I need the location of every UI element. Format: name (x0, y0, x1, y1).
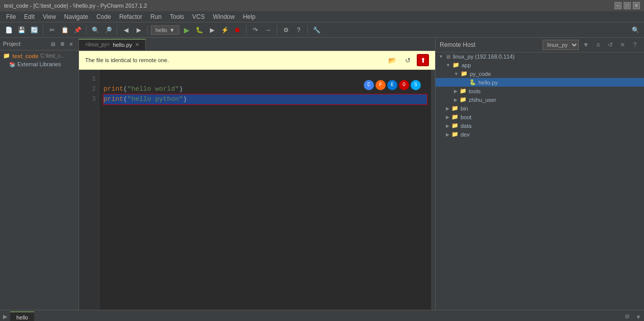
project-settings-btn[interactable]: ⚙ (58, 40, 66, 48)
code-editor[interactable]: 1 2 3 C F E O S print("hello world") (79, 70, 435, 310)
menu-vcs[interactable]: VCS (188, 12, 209, 21)
menu-view[interactable]: View (39, 12, 60, 21)
bottom-tabs: ▶ hello ⚙ ▼ (0, 310, 644, 321)
global-search-button[interactable]: 🔍 (630, 24, 641, 36)
menu-file[interactable]: File (2, 12, 20, 21)
line-numbers: 1 2 3 (79, 70, 99, 310)
remote-zhihu-item[interactable]: ▶ 📁 zhihu_user (436, 95, 644, 104)
bottom-panel-hide[interactable]: ▼ (633, 311, 644, 322)
project-gear-btn[interactable]: ≡ (67, 40, 75, 48)
coverage-button[interactable]: ▶ (206, 24, 218, 36)
minimize-button[interactable]: ─ (614, 2, 622, 9)
close-button[interactable]: ✕ (633, 2, 640, 9)
remote-help-btn[interactable]: ? (630, 40, 640, 50)
title-bar-controls: ─ □ ✕ (614, 2, 640, 9)
project-root-item[interactable]: 📁 test_code C:\test_c... (0, 51, 78, 60)
pycode-arrow: ▼ (454, 71, 459, 76)
app-arrow: ▼ (446, 63, 450, 68)
external-libraries-item[interactable]: 📚 External Libraries (0, 60, 78, 68)
remote-menu-btn[interactable]: ≡ (593, 40, 603, 50)
menu-navigate[interactable]: Navigate (60, 12, 92, 21)
remote-dev-label: dev (461, 131, 470, 138)
menu-window[interactable]: Window (209, 12, 239, 21)
step-over-button[interactable]: ↷ (250, 24, 261, 36)
find-usages-button[interactable]: 🔎 (102, 24, 114, 36)
run-tab[interactable]: hello (10, 311, 34, 322)
run-to-cursor[interactable]: → (262, 24, 274, 36)
external-libraries-label: External Libraries (17, 61, 61, 67)
zhihu-arrow: ▶ (454, 97, 458, 102)
menu-tools[interactable]: Tools (166, 12, 188, 21)
remote-bin-item[interactable]: ▶ 📁 bin (436, 104, 644, 113)
help-button[interactable]: ? (293, 24, 304, 36)
toolbar: 📄 💾 🔄 ✂ 📋 📌 🔍 🔎 ◀ ▶ hello ▼ ▶ 🐛 ▶ ⚡ ⏹ ↷ … (0, 22, 644, 38)
remote-close-btn[interactable]: ✕ (618, 40, 628, 50)
remote-dev-item[interactable]: ▶ 📁 dev (436, 130, 644, 139)
editor-scrollbar[interactable] (431, 70, 435, 310)
menu-help[interactable]: Help (239, 12, 260, 21)
remote-boot-item[interactable]: ▶ 📁 boot (436, 113, 644, 121)
debug-button[interactable]: 🐛 (194, 24, 205, 36)
opera-icon[interactable]: O (399, 80, 409, 90)
remote-root-arrow: ▼ (439, 54, 443, 59)
safari-icon[interactable]: S (411, 80, 421, 90)
run-button[interactable]: ▶ (181, 24, 192, 36)
bottom-panel: ▶ hello ⚙ ▼ ▶ ▲ ⊟ 📋 🔍 ✕ 🗑 ? ssh://root@1… (0, 310, 644, 321)
tab-filename: hello.py (113, 42, 132, 48)
menu-code[interactable]: Code (92, 12, 115, 21)
copy-button[interactable]: 📋 (59, 24, 70, 36)
remote-pycode-item[interactable]: ▼ 📁 py_code (436, 69, 644, 78)
boot-arrow: ▶ (446, 115, 449, 120)
main-layout: Project ⊟ ⚙ ≡ 📁 test_code C:\test_c... 📚… (0, 38, 644, 310)
remote-dropdown-btn[interactable]: ▼ (581, 40, 591, 50)
run-tools-button[interactable]: 🔧 (311, 24, 322, 36)
save-button[interactable]: 💾 (16, 24, 27, 36)
stop-button[interactable]: ⏹ (232, 24, 243, 36)
menu-bar: File Edit View Navigate Code Refactor Ru… (0, 11, 644, 22)
maximize-button[interactable]: □ (624, 2, 631, 9)
remote-root-item[interactable]: ▼ 🖥 linux_py (192.168.0.114) (436, 52, 644, 61)
remote-app-item[interactable]: ▼ 📁 app (436, 61, 644, 69)
bottom-panel-settings[interactable]: ⚙ (622, 311, 633, 322)
remote-root-label: linux_py (192.168.0.114) (453, 54, 515, 60)
line-number-2: 2 (82, 84, 96, 94)
menu-refactor[interactable]: Refactor (115, 12, 146, 21)
sync-refresh-button[interactable]: ↺ (401, 54, 414, 66)
remote-pycode-label: py_code (470, 71, 491, 77)
remote-refresh-btn[interactable]: ↺ (605, 40, 615, 50)
hello-py-tab[interactable]: <linux_py> hello.py ✕ (79, 39, 146, 50)
dev-folder-icon: 📁 (451, 131, 459, 138)
settings-button[interactable]: ⚙ (280, 24, 291, 36)
project-collapse-btn[interactable]: ⊟ (49, 40, 57, 48)
firefox-icon[interactable]: F (375, 80, 386, 90)
remote-helloppy-item[interactable]: 🐍 hello.py (436, 78, 644, 87)
remote-panel-title: Remote Host (440, 41, 475, 48)
run-config-selector[interactable]: hello ▼ (151, 25, 179, 35)
find-button[interactable]: 🔍 (90, 24, 101, 36)
bin-arrow: ▶ (446, 106, 449, 111)
tab-close-icon[interactable]: ✕ (135, 42, 139, 47)
menu-run[interactable]: Run (146, 12, 166, 21)
line-number-3: 3 (82, 94, 96, 104)
back-button[interactable]: ◀ (120, 24, 131, 36)
cut-button[interactable]: ✂ (46, 24, 58, 36)
chrome-icon[interactable]: C (364, 80, 374, 90)
paste-button[interactable]: 📌 (72, 24, 83, 36)
pycode-folder-icon: 📁 (461, 70, 468, 77)
remote-bin-label: bin (461, 105, 468, 112)
new-file-button[interactable]: 📄 (3, 24, 14, 36)
remote-data-item[interactable]: ▶ 📁 data (436, 121, 644, 130)
title-bar: test_code - [C:\test_code] - \\hello.py … (0, 0, 644, 11)
run-with-profiler[interactable]: ⚡ (219, 24, 230, 36)
remote-host-selector[interactable]: linux_py (543, 40, 579, 50)
menu-edit[interactable]: Edit (20, 12, 39, 21)
library-icon: 📚 (9, 62, 15, 67)
run-tab-label: hello (16, 314, 28, 320)
edge-icon[interactable]: E (387, 80, 397, 90)
forward-button[interactable]: ▶ (133, 24, 144, 36)
sync-open-button[interactable]: 📂 (386, 54, 398, 66)
code-content[interactable]: C F E O S print("hello world") print("he… (99, 70, 431, 310)
remote-tools-item[interactable]: ▶ 📁 tools (436, 87, 644, 95)
sync-upload-button[interactable]: ⬆ (417, 54, 429, 66)
sync-button[interactable]: 🔄 (29, 24, 40, 36)
